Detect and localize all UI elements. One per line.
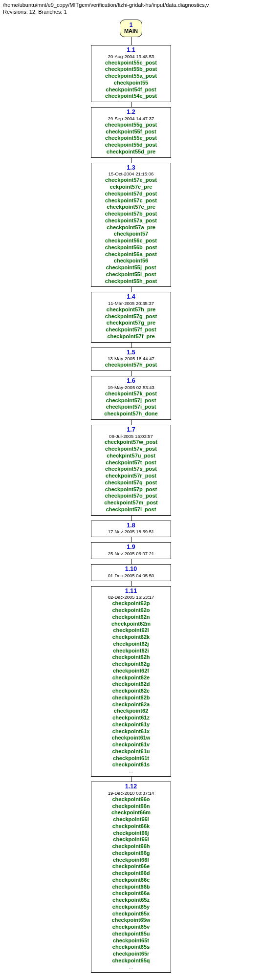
revision-number: 1.9 [94, 544, 168, 551]
revision-number: 1.7 [94, 427, 168, 434]
revision-tag: checkpoint57l_post [94, 506, 168, 513]
revision-tag: checkpoint57h_pre [94, 306, 168, 313]
revision-tag: checkpoint55h_post [94, 278, 168, 285]
revision-tag: checkpoint66l [94, 816, 168, 823]
revision-tag: checkpoint62p [94, 600, 168, 607]
revision-tag: checkpoint61v [94, 741, 168, 748]
revision-tag: checkpoint66f [94, 857, 168, 864]
root-number: 1 [124, 22, 138, 28]
revision-number: 1.1 [94, 47, 168, 54]
revision-tag: checkpoint65y [94, 904, 168, 911]
revision-tag: checkpoint66k [94, 823, 168, 830]
revision-tag: checkpoint55d_pre [94, 149, 168, 155]
graph-edge [131, 102, 131, 107]
revision-tag: checkpoint62n [94, 614, 168, 621]
revision-tag: checkpoint62 [94, 708, 168, 715]
revision-tag: checkpoint61x [94, 728, 168, 735]
revision-tag: checkpoint57r_post [94, 473, 168, 479]
revision-node: 1.229-Sep-2004 14:47:37checkpoint55g_pos… [91, 107, 171, 157]
revision-date: 19-May-2005 02:53:43 [94, 385, 168, 391]
root-node: 1 MAIN [120, 20, 142, 37]
revision-date: 25-Nov-2005 06:07:21 [94, 551, 168, 557]
revision-tag: checkpoint57 [94, 231, 168, 238]
revision-date: 17-Nov-2005 18:59:51 [94, 529, 168, 535]
root-label: MAIN [124, 28, 138, 34]
revision-node: 1.120-Aug-2004 13:48:53checkpoint55c_pos… [91, 45, 171, 102]
revision-number: 1.6 [94, 378, 168, 385]
file-path: /home/ubuntu/mnt/e9_copy/MITgcm/verifica… [0, 0, 262, 9]
graph-edge [131, 343, 131, 348]
revision-tag: checkpoint65r [94, 951, 168, 958]
revision-number: 1.5 [94, 349, 168, 356]
revision-number: 1.10 [94, 566, 168, 573]
revision-tag: checkpint57u_post [94, 453, 168, 459]
revision-tag: checkpoint55e_post [94, 135, 168, 142]
revision-tag: checkpoint55c_post [94, 60, 168, 66]
revision-tag: checkpoint57f_pre [94, 333, 168, 340]
ellipsis: ... [94, 964, 168, 970]
revision-tag: checkpoint57b_post [94, 211, 168, 218]
revision-node: 1.315-Oct-2004 21:15:06checkpoint57e_pos… [91, 163, 171, 287]
graph-edge [131, 371, 131, 376]
revision-tag: checkpoint62f [94, 668, 168, 675]
revision-tag: checkpoint62h [94, 654, 168, 661]
revision-tag: checkpoint66o [94, 796, 168, 803]
revision-node: 1.619-May-2005 02:53:43checkpoint57k_pos… [91, 376, 171, 420]
revision-tag: checkpoint66i [94, 836, 168, 843]
revision-node: 1.708-Jul-2005 15:03:57checkpoint57w_pos… [91, 425, 171, 516]
revision-tag: checkpoint66d [94, 870, 168, 877]
revision-tag: checkpoint57o_post [94, 493, 168, 500]
graph-edge [131, 777, 131, 782]
revision-tag: checkpoint54f_post [94, 87, 168, 93]
revision-tag: checkpoint55a_post [94, 73, 168, 80]
revision-tag: checkpoint54e_post [94, 93, 168, 100]
graph-edge [131, 516, 131, 521]
graph-edge [131, 559, 131, 564]
revision-tag: checkpoint57i_post [94, 404, 168, 411]
revision-tag: checkpoint66h [94, 843, 168, 850]
revision-tag: checkpoint57g_post [94, 313, 168, 320]
revision-node: 1.1219-Dec-2010 00:37:14checkpoint66oche… [91, 782, 171, 973]
revision-tag: checkpoint57q_post [94, 479, 168, 486]
revision-tag: checkpoint62i [94, 648, 168, 654]
revision-tag: checkpoint55 [94, 80, 168, 87]
revision-number: 1.4 [94, 294, 168, 301]
revision-tag: checkpoint61s [94, 762, 168, 768]
ellipsis: ... [94, 768, 168, 774]
revision-date: 20-Aug-2004 13:48:53 [94, 54, 168, 60]
revision-number: 1.3 [94, 165, 168, 172]
revision-tag: checkpoint66g [94, 850, 168, 857]
revision-tag: eckpoint57e_pre [94, 184, 168, 191]
revision-tag: checkpoint65u [94, 931, 168, 937]
revision-date: 29-Sep-2004 14:47:37 [94, 116, 168, 122]
graph-edge [131, 287, 131, 292]
revision-tag: checkpoint62g [94, 661, 168, 668]
revision-tag: checkpoint65v [94, 924, 168, 931]
revision-date: 11-Mar-2005 20:35:37 [94, 301, 168, 306]
revision-tag: checkpoint65q [94, 958, 168, 964]
revision-date: 13-May-2005 18:44:47 [94, 356, 168, 362]
revision-tag: checkpoint57v_post [94, 446, 168, 453]
graph-edge [131, 37, 131, 45]
revision-tag: checkpoint57p_post [94, 486, 168, 493]
revision-tag: checkpoint66e [94, 863, 168, 870]
revision-tag: checkpoint57j_post [94, 397, 168, 404]
revision-tag: checkpoint56c_post [94, 238, 168, 244]
graph-edge [131, 581, 131, 586]
revision-tag: checkpoint57d_post [94, 191, 168, 197]
revision-tag: checkpoint57e_post [94, 177, 168, 184]
revision-tag: checkpoint66b [94, 884, 168, 891]
revision-date: 02-Dec-2005 16:53:17 [94, 595, 168, 600]
revision-tag: checkpoint66j [94, 830, 168, 837]
revision-stats: Revisions: 12, Branches: 1 [0, 9, 262, 18]
revision-tag: checkpoint57h_post [94, 362, 168, 369]
revision-tag: checkpoint61u [94, 748, 168, 755]
revision-tag: checkpoint66n [94, 803, 168, 810]
revision-tag: checkpoint62l [94, 627, 168, 634]
revision-tag: checkpoint57h_done [94, 411, 168, 417]
revision-tag: checkpoint65w [94, 917, 168, 924]
graph-edge [131, 537, 131, 542]
revision-tag: checkpoint62e [94, 675, 168, 681]
graph-edge [131, 158, 131, 163]
revision-tag: checkpoint55g_post [94, 122, 168, 129]
